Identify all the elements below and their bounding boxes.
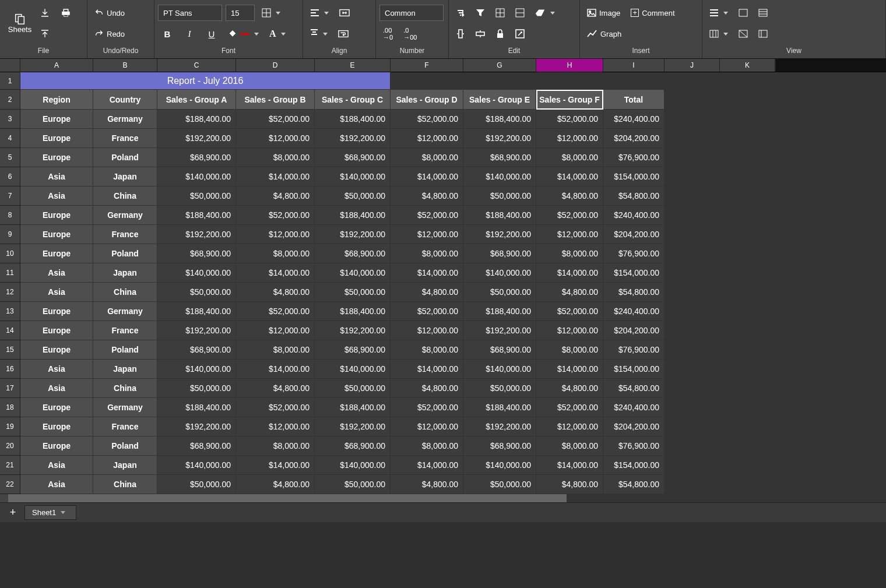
stripe-cell[interactable]: Europe — [20, 244, 93, 263]
data-cell[interactable]: $14,000.00 — [391, 456, 463, 475]
cell[interactable] — [720, 379, 775, 398]
data-cell[interactable]: $204,200.00 — [603, 129, 664, 148]
data-cell[interactable]: $68,900.00 — [315, 244, 391, 263]
data-cell[interactable]: $68,900.00 — [315, 340, 391, 360]
stripe-cell[interactable]: Europe — [20, 302, 93, 321]
cell[interactable] — [664, 129, 720, 148]
row-header-8[interactable]: 8 — [0, 206, 20, 225]
data-cell[interactable]: $192,200.00 — [157, 225, 236, 244]
data-cell[interactable]: $192,200.00 — [315, 129, 391, 148]
data-cell[interactable]: $52,000.00 — [236, 110, 315, 129]
data-cell[interactable]: $14,000.00 — [391, 263, 463, 283]
data-cell[interactable]: $8,000.00 — [536, 340, 603, 360]
data-cell[interactable]: $4,800.00 — [536, 283, 603, 302]
data-cell[interactable]: $12,000.00 — [236, 417, 315, 436]
cell[interactable] — [603, 72, 664, 90]
row-header-4[interactable]: 4 — [0, 129, 20, 148]
data-cell[interactable]: $52,000.00 — [391, 206, 463, 225]
data-cell[interactable]: $192,200.00 — [315, 321, 391, 340]
data-cell[interactable]: $12,000.00 — [391, 321, 463, 340]
data-cell[interactable]: $192,200.00 — [157, 321, 236, 340]
data-cell[interactable]: $8,000.00 — [236, 244, 315, 263]
data-cell[interactable]: $140,000.00 — [463, 360, 536, 379]
data-cell[interactable]: $4,800.00 — [236, 186, 315, 206]
data-cell[interactable]: $8,000.00 — [236, 436, 315, 456]
cell[interactable] — [720, 456, 775, 475]
data-cell[interactable]: $8,000.00 — [536, 244, 603, 263]
data-cell[interactable]: $14,000.00 — [236, 456, 315, 475]
cell[interactable] — [664, 110, 720, 129]
font-size-select[interactable]: 15 — [226, 5, 255, 21]
cell[interactable] — [720, 90, 775, 110]
cell[interactable] — [720, 302, 775, 321]
data-cell[interactable]: $8,000.00 — [236, 340, 315, 360]
stripe-cell[interactable]: Asia — [20, 379, 93, 398]
view-headers-button[interactable] — [735, 5, 751, 21]
stripe-cell[interactable]: Europe — [20, 206, 93, 225]
header-cell[interactable]: Sales - Group B — [236, 90, 315, 110]
stripe-cell[interactable]: China — [93, 379, 157, 398]
cell[interactable] — [720, 186, 775, 206]
row-header-16[interactable]: 16 — [0, 360, 20, 379]
stripe-cell[interactable]: France — [93, 225, 157, 244]
decrease-decimal-button[interactable]: .0→00 — [400, 26, 420, 42]
data-cell[interactable]: $68,900.00 — [157, 148, 236, 167]
bold-button[interactable]: B — [158, 26, 177, 42]
valign-button[interactable] — [307, 26, 331, 42]
cell[interactable] — [536, 72, 603, 90]
header-cell[interactable]: Total — [603, 90, 664, 110]
insert-graph-button[interactable]: Graph — [583, 26, 625, 42]
row-button[interactable] — [472, 26, 488, 42]
stripe-cell[interactable]: Asia — [20, 475, 93, 494]
underline-button[interactable]: U — [202, 26, 221, 42]
data-cell[interactable]: $4,800.00 — [236, 283, 315, 302]
cell[interactable] — [664, 206, 720, 225]
cell[interactable] — [664, 340, 720, 360]
row-header-21[interactable]: 21 — [0, 456, 20, 475]
header-cell[interactable]: Country — [93, 90, 157, 110]
stripe-cell[interactable]: Europe — [20, 110, 93, 129]
data-cell[interactable]: $192,200.00 — [463, 321, 536, 340]
data-cell[interactable]: $50,000.00 — [315, 283, 391, 302]
data-cell[interactable]: $76,900.00 — [603, 340, 664, 360]
cell[interactable] — [664, 360, 720, 379]
stripe-cell[interactable]: Asia — [20, 456, 93, 475]
row-header-14[interactable]: 14 — [0, 321, 20, 340]
data-cell[interactable]: $68,900.00 — [157, 244, 236, 263]
data-cell[interactable]: $52,000.00 — [536, 398, 603, 417]
lock-button[interactable] — [492, 26, 508, 42]
cell[interactable] — [720, 129, 775, 148]
row-header-5[interactable]: 5 — [0, 148, 20, 167]
header-cell[interactable]: Sales - Group D — [391, 90, 463, 110]
scroll-left-button[interactable] — [0, 494, 8, 502]
data-cell[interactable]: $192,200.00 — [463, 417, 536, 436]
data-cell[interactable]: $240,400.00 — [603, 398, 664, 417]
data-cell[interactable]: $140,000.00 — [157, 263, 236, 283]
header-cell[interactable]: Region — [20, 90, 93, 110]
data-cell[interactable]: $4,800.00 — [391, 283, 463, 302]
cell[interactable] — [664, 475, 720, 494]
data-cell[interactable]: $8,000.00 — [391, 436, 463, 456]
data-cell[interactable]: $52,000.00 — [236, 206, 315, 225]
add-sheet-button[interactable]: + — [6, 506, 20, 520]
data-cell[interactable]: $192,200.00 — [463, 225, 536, 244]
data-cell[interactable]: $8,000.00 — [536, 148, 603, 167]
data-cell[interactable]: $68,900.00 — [315, 148, 391, 167]
stripe-cell[interactable]: France — [93, 129, 157, 148]
view-columns-button[interactable] — [706, 26, 732, 42]
cell[interactable] — [720, 110, 775, 129]
data-cell[interactable]: $4,800.00 — [391, 186, 463, 206]
column-header-C[interactable]: C — [157, 59, 236, 72]
stripe-cell[interactable]: Germany — [93, 206, 157, 225]
export-button[interactable] — [36, 26, 54, 42]
row-header-22[interactable]: 22 — [0, 475, 20, 494]
data-cell[interactable]: $50,000.00 — [463, 379, 536, 398]
row-header-11[interactable]: 11 — [0, 263, 20, 283]
data-cell[interactable]: $12,000.00 — [391, 417, 463, 436]
data-cell[interactable]: $192,200.00 — [157, 417, 236, 436]
stripe-cell[interactable]: Poland — [93, 244, 157, 263]
row-header-10[interactable]: 10 — [0, 244, 20, 263]
data-cell[interactable]: $14,000.00 — [536, 263, 603, 283]
data-cell[interactable]: $192,200.00 — [315, 225, 391, 244]
column-header-A[interactable]: A — [20, 59, 93, 72]
